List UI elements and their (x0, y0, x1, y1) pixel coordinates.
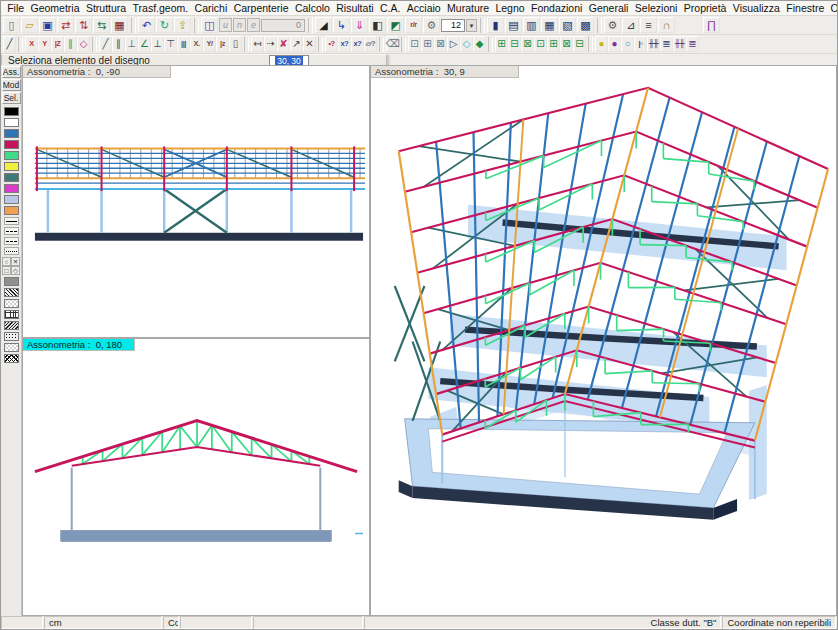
arrow-down-icon[interactable]: ⇓ (351, 17, 368, 33)
combo-arrow-button[interactable]: ▾ (466, 19, 477, 32)
snap-diamond-icon[interactable]: ◇ (77, 36, 90, 52)
flag-icon[interactable]: ▷ (447, 36, 460, 52)
query-node-icon[interactable]: •? (325, 36, 338, 52)
color-swatch-blue[interactable] (4, 129, 19, 138)
menu-opzioni[interactable]: Opzioni (827, 2, 838, 14)
snap-parallel-icon[interactable]: ∥ (64, 36, 77, 52)
mesh-tool-3[interactable]: ⊠ (521, 36, 534, 52)
materials-icon[interactable]: ▦ (111, 17, 128, 33)
menu-generali[interactable]: Generali (586, 2, 632, 14)
undo-icon[interactable]: ↶ (138, 17, 155, 33)
elevation-canvas[interactable] (23, 66, 369, 337)
viewport-title[interactable]: Assonometria : 0, -90 (23, 66, 171, 78)
grid-icon-1[interactable]: ╫╫ (647, 36, 660, 52)
settings-gear-icon[interactable]: ⚙ (604, 17, 621, 33)
export-model-icon[interactable]: ⇅ (75, 17, 92, 33)
font-size-combo[interactable]: 12 (441, 19, 465, 32)
query-beam-icon[interactable]: x? (338, 36, 351, 52)
save-icon[interactable]: ▣ (39, 17, 56, 33)
new-file-icon[interactable]: ▯ (3, 17, 20, 33)
window-layout-6[interactable]: ▩ (577, 17, 594, 33)
pattern-swatch-rings2[interactable] (4, 343, 19, 352)
ref-ortho-icon[interactable]: ⟂ (151, 36, 164, 52)
mesh-tool-1[interactable]: ⊞ (495, 36, 508, 52)
separator[interactable] (194, 18, 199, 33)
move-node-icon[interactable]: ↗ (290, 36, 303, 52)
viewport-title[interactable]: Assonometria : 30, 9 (371, 66, 519, 78)
pattern-swatch-grid[interactable] (4, 310, 19, 319)
mesh-tool-7[interactable]: ⊟ (573, 36, 586, 52)
mod-button[interactable]: Mod (2, 79, 21, 91)
marker-circle[interactable]: ○ (2, 257, 11, 266)
import-model-icon[interactable]: ⇄ (57, 17, 74, 33)
snap-z-icon[interactable]: |Z (51, 36, 64, 52)
menu-calcolo[interactable]: Calcolo (292, 2, 333, 14)
text-size-icon[interactable]: r/r (405, 17, 422, 33)
snap-x-icon[interactable]: X (25, 36, 38, 52)
pattern-swatch-solid[interactable] (4, 277, 19, 286)
menu-selezioni[interactable]: Selezioni (632, 2, 681, 14)
separator[interactable] (318, 37, 323, 52)
unit-e-button[interactable]: e (247, 18, 260, 32)
multi-cube-icon[interactable]: ⊠ (434, 36, 447, 52)
menu-geometria[interactable]: Geometria (27, 2, 82, 14)
iso-canvas[interactable] (371, 66, 836, 615)
marker-cross[interactable]: ✕ (11, 257, 20, 266)
snap-y-icon[interactable]: Y (38, 36, 51, 52)
ref-top-icon[interactable]: ⊤ (164, 36, 177, 52)
solid-cube-icon[interactable]: ⊞ (421, 36, 434, 52)
linestyle-dotted[interactable] (4, 247, 19, 255)
post-icon[interactable]: |▫ (634, 36, 647, 52)
diagram-icon[interactable]: ⊿ (622, 17, 639, 33)
color-swatch-teal[interactable] (4, 173, 19, 182)
ref-angle-icon[interactable]: ∠ (138, 36, 151, 52)
separator[interactable] (488, 37, 493, 52)
eraser-icon[interactable]: ⌫ (386, 36, 399, 52)
ref-box-icon[interactable]: ▯ (229, 36, 242, 52)
delete-node-icon[interactable]: ✘ (277, 36, 290, 52)
lock-icon[interactable]: ∩ (658, 17, 675, 33)
separator[interactable] (131, 18, 136, 33)
ref-yslash-icon[interactable]: Y/ (203, 36, 216, 52)
grid-icon-3[interactable]: ╫╫ (673, 36, 686, 52)
window-layout-2[interactable]: ▤ (505, 17, 522, 33)
measure-icon[interactable]: ↳ (333, 17, 350, 33)
section-canvas[interactable] (23, 339, 369, 615)
menu-acciaio[interactable]: Acciaio (404, 2, 444, 14)
draw-line-icon[interactable]: ╱ (3, 36, 16, 52)
query-shell-icon[interactable]: x? (351, 36, 364, 52)
mesh-tool-5[interactable]: ⊞ (547, 36, 560, 52)
ref-xdot-icon[interactable]: X. (190, 36, 203, 52)
menu-carpenterie[interactable]: Carpenterie (230, 2, 291, 14)
ref-zbar-icon[interactable]: |z (216, 36, 229, 52)
pattern-swatch-dense[interactable] (4, 288, 19, 297)
font-gear-icon[interactable]: ⚙ (423, 17, 440, 33)
sel-button[interactable]: Sel. (2, 92, 21, 104)
menu-risultati[interactable]: Risultati (333, 2, 377, 14)
mesh-tool-6[interactable]: ⊠ (560, 36, 573, 52)
unit-n-button[interactable]: n (233, 18, 246, 32)
shell-panel-icon[interactable]: ◇ (460, 36, 473, 52)
menu-finestre[interactable]: Finestre (783, 2, 827, 14)
folder-up-icon[interactable]: ⇪ (174, 17, 191, 33)
sphere-purple-icon[interactable]: ● (608, 36, 621, 52)
color-swatch-white[interactable] (4, 118, 19, 127)
sphere-yellow-icon[interactable]: ● (595, 36, 608, 52)
menu-carichi[interactable]: Carichi (191, 2, 230, 14)
linestyle-dashed[interactable] (4, 227, 19, 235)
render-mode-icon[interactable]: ◩ (387, 17, 404, 33)
color-swatch-black[interactable] (4, 107, 19, 116)
menu-trasf-geom[interactable]: Trasf.geom. (129, 2, 191, 14)
exchange-icon[interactable]: ⇆ (93, 17, 110, 33)
separator[interactable] (92, 37, 97, 52)
linestyle-solid[interactable] (4, 217, 19, 225)
ref-perp-icon[interactable]: ⊥ (125, 36, 138, 52)
pattern-swatch-rings[interactable] (4, 299, 19, 308)
wire-cube-icon[interactable]: ⊡ (408, 36, 421, 52)
ref-line-icon[interactable]: ╱ (99, 36, 112, 52)
window-layout-4[interactable]: ▦ (541, 17, 558, 33)
contrast-icon[interactable]: ◧ (369, 17, 386, 33)
separator[interactable] (244, 37, 249, 52)
grid-icon-4[interactable]: ≣ (686, 36, 699, 52)
marker-diamond[interactable]: ◇ (11, 266, 20, 275)
